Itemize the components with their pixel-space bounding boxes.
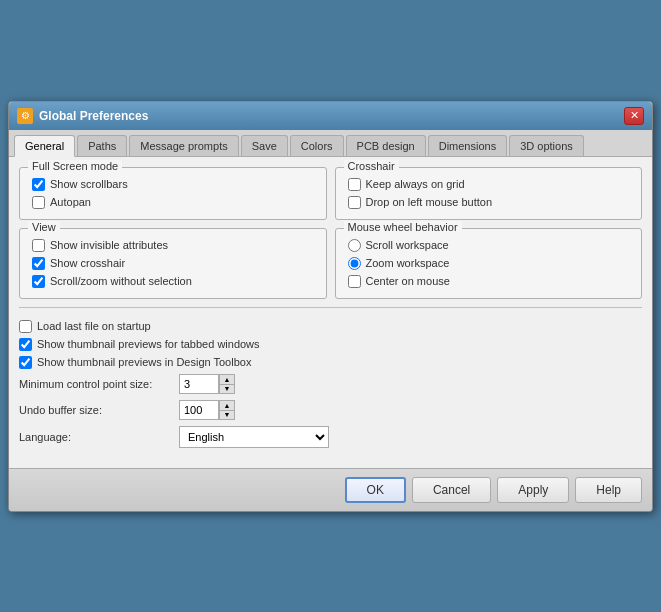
scroll-workspace-label[interactable]: Scroll workspace — [366, 239, 449, 251]
ok-button[interactable]: OK — [345, 477, 406, 503]
view-legend: View — [28, 221, 60, 233]
cancel-button[interactable]: Cancel — [412, 477, 491, 503]
show-crosshair-label[interactable]: Show crosshair — [50, 257, 125, 269]
center-on-mouse-checkbox[interactable] — [348, 275, 361, 288]
bottom-panels: View Show invisible attributes Show cros… — [19, 228, 642, 299]
load-last-file-checkbox[interactable] — [19, 320, 32, 333]
min-control-point-down[interactable]: ▼ — [219, 384, 235, 394]
tab-colors[interactable]: Colors — [290, 135, 344, 156]
language-select[interactable]: English German French Spanish — [179, 426, 329, 448]
show-thumbnail-toolbox-label[interactable]: Show thumbnail previews in Design Toolbo… — [37, 356, 251, 368]
mouse-wheel-legend: Mouse wheel behavior — [344, 221, 462, 233]
crosshair-panel: Crosshair Keep always on grid Drop on le… — [335, 167, 643, 220]
undo-buffer-up[interactable]: ▲ — [219, 400, 235, 410]
show-thumbnail-toolbox-row: Show thumbnail previews in Design Toolbo… — [19, 356, 642, 369]
keep-always-on-grid-label[interactable]: Keep always on grid — [366, 178, 465, 190]
undo-buffer-down[interactable]: ▼ — [219, 410, 235, 420]
divider — [19, 307, 642, 308]
drop-on-left-mouse-label[interactable]: Drop on left mouse button — [366, 196, 493, 208]
undo-buffer-label: Undo buffer size: — [19, 404, 179, 416]
keep-always-on-grid-checkbox[interactable] — [348, 178, 361, 191]
min-control-point-spinner: ▲ ▼ — [219, 374, 235, 394]
show-invisible-label[interactable]: Show invisible attributes — [50, 239, 168, 251]
center-on-mouse-label[interactable]: Center on mouse — [366, 275, 450, 287]
language-label: Language: — [19, 431, 179, 443]
tab-pcb-design[interactable]: PCB design — [346, 135, 426, 156]
show-scrollbars-row: Show scrollbars — [32, 178, 314, 191]
close-button[interactable]: ✕ — [624, 107, 644, 125]
show-scrollbars-checkbox[interactable] — [32, 178, 45, 191]
language-select-wrapper: English German French Spanish — [179, 426, 329, 448]
scroll-zoom-checkbox[interactable] — [32, 275, 45, 288]
undo-buffer-row: Undo buffer size: ▲ ▼ — [19, 400, 642, 420]
crosshair-legend: Crosshair — [344, 160, 399, 172]
main-window: ⚙ Global Preferences ✕ General Paths Mes… — [8, 101, 653, 512]
scroll-workspace-radio[interactable] — [348, 239, 361, 252]
undo-buffer-spinner: ▲ ▼ — [219, 400, 235, 420]
show-invisible-row: Show invisible attributes — [32, 239, 314, 252]
min-control-point-field[interactable] — [179, 374, 219, 394]
show-thumbnail-tabbed-label[interactable]: Show thumbnail previews for tabbed windo… — [37, 338, 260, 350]
bottom-section: Load last file on startup Show thumbnail… — [19, 316, 642, 458]
autopan-label[interactable]: Autopan — [50, 196, 91, 208]
keep-always-on-grid-row: Keep always on grid — [348, 178, 630, 191]
zoom-workspace-radio[interactable] — [348, 257, 361, 270]
tab-general[interactable]: General — [14, 135, 75, 157]
scroll-zoom-row: Scroll/zoom without selection — [32, 275, 314, 288]
footer: OK Cancel Apply Help — [9, 468, 652, 511]
help-button[interactable]: Help — [575, 477, 642, 503]
full-screen-legend: Full Screen mode — [28, 160, 122, 172]
show-thumbnail-tabbed-checkbox[interactable] — [19, 338, 32, 351]
min-control-point-input: ▲ ▼ — [179, 374, 235, 394]
zoom-workspace-label[interactable]: Zoom workspace — [366, 257, 450, 269]
tab-save[interactable]: Save — [241, 135, 288, 156]
full-screen-panel: Full Screen mode Show scrollbars Autopan — [19, 167, 327, 220]
scroll-workspace-row: Scroll workspace — [348, 239, 630, 252]
show-crosshair-checkbox[interactable] — [32, 257, 45, 270]
view-panel: View Show invisible attributes Show cros… — [19, 228, 327, 299]
load-last-file-label[interactable]: Load last file on startup — [37, 320, 151, 332]
apply-button[interactable]: Apply — [497, 477, 569, 503]
show-thumbnail-toolbox-checkbox[interactable] — [19, 356, 32, 369]
tab-content: Full Screen mode Show scrollbars Autopan… — [9, 157, 652, 468]
drop-on-left-mouse-checkbox[interactable] — [348, 196, 361, 209]
top-panels: Full Screen mode Show scrollbars Autopan… — [19, 167, 642, 220]
window-title: Global Preferences — [39, 109, 624, 123]
tab-dimensions[interactable]: Dimensions — [428, 135, 507, 156]
load-last-file-row: Load last file on startup — [19, 320, 642, 333]
show-crosshair-row: Show crosshair — [32, 257, 314, 270]
app-icon: ⚙ — [17, 108, 33, 124]
tab-paths[interactable]: Paths — [77, 135, 127, 156]
min-control-point-up[interactable]: ▲ — [219, 374, 235, 384]
show-thumbnail-tabbed-row: Show thumbnail previews for tabbed windo… — [19, 338, 642, 351]
min-control-point-label: Minimum control point size: — [19, 378, 179, 390]
show-scrollbars-label[interactable]: Show scrollbars — [50, 178, 128, 190]
titlebar: ⚙ Global Preferences ✕ — [9, 102, 652, 130]
autopan-checkbox[interactable] — [32, 196, 45, 209]
undo-buffer-input: ▲ ▼ — [179, 400, 235, 420]
tab-message-prompts[interactable]: Message prompts — [129, 135, 238, 156]
tab-3d-options[interactable]: 3D options — [509, 135, 584, 156]
language-row: Language: English German French Spanish — [19, 426, 642, 448]
scroll-zoom-label[interactable]: Scroll/zoom without selection — [50, 275, 192, 287]
mouse-wheel-panel: Mouse wheel behavior Scroll workspace Zo… — [335, 228, 643, 299]
autopan-row: Autopan — [32, 196, 314, 209]
min-control-point-row: Minimum control point size: ▲ ▼ — [19, 374, 642, 394]
show-invisible-checkbox[interactable] — [32, 239, 45, 252]
drop-on-left-mouse-row: Drop on left mouse button — [348, 196, 630, 209]
zoom-workspace-row: Zoom workspace — [348, 257, 630, 270]
tab-bar: General Paths Message prompts Save Color… — [9, 130, 652, 157]
undo-buffer-field[interactable] — [179, 400, 219, 420]
center-on-mouse-row: Center on mouse — [348, 275, 630, 288]
